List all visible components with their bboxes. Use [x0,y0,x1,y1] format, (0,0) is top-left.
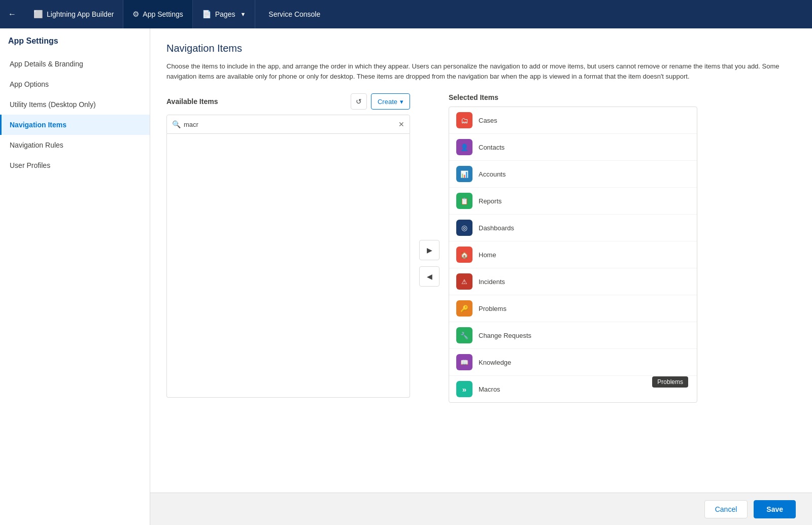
available-panel: Available Items ↺ Create ▾ 🔍 [166,93,410,398]
list-item[interactable]: 🔑 Problems [449,295,697,322]
reports-label: Reports [479,197,502,205]
macros-icon: » [456,381,472,397]
service-console-label: Service Console [259,0,329,28]
incidents-icon: ⚠ [456,273,472,290]
search-input[interactable] [184,121,398,128]
content-area: Navigation Items Choose the items to inc… [150,28,812,525]
sidebar-item-navigation-items[interactable]: Navigation Items [0,115,150,135]
contacts-label: Contacts [479,144,504,151]
sidebar-item-app-options[interactable]: App Options [0,74,150,94]
problems-label: Problems [479,305,506,312]
top-navigation: ← ⬜ Lightning App Builder ⚙ App Settings… [0,0,812,28]
list-item[interactable]: 📊 Accounts [449,161,697,188]
transfer-buttons: ▶ ◀ [410,240,449,287]
dashboards-label: Dashboards [479,224,514,232]
add-to-selected-button[interactable]: ▶ [419,240,439,260]
description-text: Choose the items to include in the app, … [166,61,796,81]
macros-label: Macros [479,386,500,393]
nav-pages[interactable]: 📄 Pages ▼ [193,0,256,28]
list-item[interactable]: 🔧 Change Requests [449,322,697,349]
remove-icon: ◀ [427,272,432,281]
sidebar-item-navigation-rules[interactable]: Navigation Rules [0,135,150,155]
list-item[interactable]: » Macros [449,376,697,402]
nav-app-settings-label: App Settings [143,10,183,18]
create-button[interactable]: Create ▾ [371,93,410,110]
remove-from-selected-button[interactable]: ◀ [419,266,439,287]
sidebar-title: App Settings [0,37,150,54]
sidebar-item-utility-items[interactable]: Utility Items (Desktop Only) [0,94,150,115]
refresh-icon: ↺ [356,97,362,106]
sidebar: App Settings App Details & Branding App … [0,28,150,525]
list-item[interactable]: 📖 Knowledge [449,349,697,376]
nav-pages-label: Pages [215,10,235,18]
sidebar-item-user-profiles[interactable]: User Profiles [0,155,150,176]
nav-lightning-label: Lightning App Builder [47,10,114,18]
panel-actions: ↺ Create ▾ [351,93,410,110]
lightning-icon: ⬜ [33,10,43,19]
change-requests-label: Change Requests [479,332,531,339]
list-item[interactable]: ◎ Dashboards [449,215,697,241]
pages-icon: 📄 [202,10,212,19]
refresh-button[interactable]: ↺ [351,93,367,110]
create-label: Create [378,98,397,106]
main-layout: App Settings App Details & Branding App … [0,28,812,525]
list-item[interactable]: 📋 Reports [449,188,697,215]
cancel-button[interactable]: Cancel [704,500,748,518]
search-box: 🔍 ✕ [167,115,410,133]
add-icon: ▶ [427,246,432,254]
save-button[interactable]: Save [754,500,796,518]
knowledge-label: Knowledge [479,359,511,366]
cases-label: Cases [479,117,497,124]
available-panel-header: Available Items ↺ Create ▾ [166,93,410,110]
available-panel-title: Available Items [166,97,218,106]
create-dropdown-icon: ▾ [400,98,403,106]
selected-panel-title: Selected Items [449,93,697,101]
list-item[interactable]: 🗂 Cases [449,107,697,134]
home-icon: 🏠 [456,247,472,263]
page-title: Navigation Items [166,43,796,54]
sidebar-item-app-details[interactable]: App Details & Branding [0,54,150,74]
search-icon: 🔍 [172,120,181,128]
selected-panel: Selected Items 🗂 Cases 👤 Contacts 📊 [449,93,697,403]
dashboards-icon: ◎ [456,220,472,236]
problems-icon: 🔑 [456,300,472,317]
cases-icon: 🗂 [456,112,472,128]
back-button[interactable]: ← [0,0,24,28]
incidents-label: Incidents [479,278,505,286]
clear-search-icon[interactable]: ✕ [398,120,404,128]
selected-list-wrapper: 🗂 Cases 👤 Contacts 📊 Accounts 📋 [449,107,697,403]
contacts-icon: 👤 [456,139,472,155]
selected-items-list: 🗂 Cases 👤 Contacts 📊 Accounts 📋 [449,107,697,403]
footer-bar: Cancel Save [150,493,812,525]
nav-app-settings[interactable]: ⚙ App Settings [123,0,192,28]
pages-dropdown-icon: ▼ [240,11,246,17]
knowledge-icon: 📖 [456,354,472,370]
available-items-list [166,134,410,398]
home-label: Home [479,251,496,259]
accounts-label: Accounts [479,170,505,178]
items-section: Available Items ↺ Create ▾ 🔍 [166,93,796,403]
search-wrapper: 🔍 ✕ [166,115,410,134]
accounts-icon: 📊 [456,166,472,182]
list-item[interactable]: 👤 Contacts [449,134,697,161]
back-icon: ← [8,10,16,19]
list-item[interactable]: ⚠ Incidents [449,268,697,295]
change-requests-icon: 🔧 [456,327,472,343]
nav-lightning-app-builder[interactable]: ⬜ Lightning App Builder [24,0,123,28]
reports-icon: 📋 [456,193,472,209]
settings-icon: ⚙ [132,10,139,19]
list-item[interactable]: 🏠 Home [449,241,697,268]
